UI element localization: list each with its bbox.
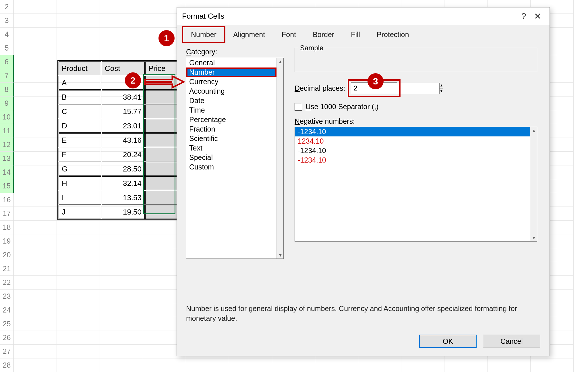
row-header[interactable]: 24 [0, 303, 14, 317]
row-header[interactable]: 10 [0, 110, 14, 124]
cell[interactable] [14, 14, 57, 28]
cell[interactable] [57, 317, 100, 331]
negative-format-item[interactable]: -1234.10 [295, 146, 530, 155]
cell[interactable] [14, 138, 57, 152]
cell[interactable] [14, 290, 57, 303]
ok-button[interactable]: OK [419, 335, 477, 348]
row-header[interactable]: 6 [0, 55, 14, 69]
cell[interactable] [100, 290, 143, 303]
cell[interactable] [100, 303, 143, 317]
tab-number[interactable]: Number [183, 27, 225, 43]
category-item[interactable]: Fraction [186, 124, 276, 134]
scroll-up-icon[interactable]: ▴ [530, 127, 537, 134]
cell[interactable] [14, 110, 57, 124]
cell[interactable] [100, 248, 143, 262]
cell-product[interactable]: H [59, 176, 101, 190]
cell[interactable] [488, 358, 531, 372]
cell-price[interactable] [145, 148, 177, 161]
category-item[interactable]: Scientific [186, 134, 276, 143]
row-header[interactable]: 2 [0, 0, 14, 14]
cell[interactable] [358, 358, 401, 372]
category-item[interactable]: Text [186, 143, 276, 153]
cell-product[interactable]: F [59, 148, 101, 161]
row-header[interactable]: 15 [0, 179, 14, 193]
cell[interactable] [57, 290, 100, 303]
row-header[interactable]: 16 [0, 193, 14, 207]
cell-cost[interactable]: 32.14 [102, 176, 145, 190]
cell[interactable] [57, 358, 100, 372]
cell[interactable] [100, 317, 143, 331]
cell[interactable] [531, 358, 574, 372]
row-header[interactable]: 5 [0, 41, 14, 55]
cell-product[interactable]: I [59, 191, 101, 205]
cell-cost[interactable]: 20.24 [102, 148, 145, 161]
row-header[interactable]: 26 [0, 331, 14, 345]
cell[interactable] [14, 303, 57, 317]
category-item[interactable]: Currency [186, 77, 276, 86]
category-item[interactable]: Custom [186, 162, 276, 172]
cell[interactable] [272, 358, 315, 372]
spin-down-icon[interactable]: ▼ [440, 88, 443, 94]
cell[interactable] [57, 345, 100, 358]
row-header[interactable]: 13 [0, 152, 14, 165]
row-header[interactable]: 23 [0, 290, 14, 303]
cell[interactable] [57, 276, 100, 290]
cell[interactable] [100, 0, 143, 14]
row-header[interactable]: 17 [0, 207, 14, 221]
help-button[interactable]: ? [517, 9, 531, 23]
cell[interactable] [14, 207, 57, 221]
cell-price[interactable] [145, 176, 177, 190]
cell[interactable] [14, 97, 57, 110]
cell[interactable] [14, 276, 57, 290]
cell[interactable] [100, 331, 143, 345]
row-header[interactable]: 8 [0, 83, 14, 97]
row-header[interactable]: 7 [0, 69, 14, 83]
row-header[interactable]: 9 [0, 97, 14, 110]
cell-cost[interactable]: 38.41 [102, 90, 145, 104]
cell-product[interactable]: E [59, 133, 101, 147]
cell[interactable] [100, 358, 143, 372]
tab-protection[interactable]: Protection [368, 27, 417, 42]
cell[interactable] [14, 234, 57, 248]
category-item[interactable]: General [186, 58, 276, 67]
cell[interactable] [100, 345, 143, 358]
negative-format-item[interactable]: -1234.10 [295, 127, 530, 136]
row-header[interactable]: 19 [0, 234, 14, 248]
cell-cost[interactable]: 15.77 [102, 105, 145, 118]
close-button[interactable]: ✕ [531, 9, 544, 23]
cancel-button[interactable]: Cancel [483, 335, 540, 348]
cell-product[interactable]: D [59, 119, 101, 133]
cell[interactable] [186, 358, 229, 372]
cell-cost[interactable]: 23.01 [102, 119, 145, 133]
cell[interactable] [14, 0, 57, 14]
cell-product[interactable]: B [59, 90, 101, 104]
cell[interactable] [100, 41, 143, 55]
cell[interactable] [14, 221, 57, 234]
cell[interactable] [57, 248, 100, 262]
category-item[interactable]: Percentage [186, 115, 276, 124]
row-header[interactable]: 14 [0, 165, 14, 179]
tab-alignment[interactable]: Alignment [225, 27, 273, 42]
cell[interactable] [100, 276, 143, 290]
cell-cost[interactable]: 28.50 [102, 162, 145, 176]
cell-cost[interactable]: 19.50 [102, 205, 145, 219]
row-header[interactable]: 20 [0, 248, 14, 262]
spin-up-icon[interactable]: ▲ [440, 83, 443, 88]
cell[interactable] [14, 28, 57, 41]
category-list[interactable]: GeneralNumberCurrencyAccountingDateTimeP… [186, 58, 276, 259]
cell[interactable] [14, 248, 57, 262]
cell[interactable] [100, 234, 143, 248]
cell[interactable] [401, 358, 444, 372]
cell[interactable] [100, 221, 143, 234]
cell-product[interactable]: A [59, 76, 101, 90]
use-separator-checkbox[interactable] [295, 103, 302, 111]
category-item[interactable]: Special [186, 153, 276, 162]
scroll-down-icon[interactable]: ▾ [277, 252, 284, 259]
row-header[interactable]: 3 [0, 14, 14, 28]
row-header[interactable]: 21 [0, 262, 14, 276]
cell[interactable] [143, 358, 186, 372]
cell[interactable] [57, 28, 100, 41]
cell-price[interactable] [145, 119, 177, 133]
category-scrollbar[interactable]: ▴ ▾ [276, 58, 283, 259]
header-price[interactable]: Price [145, 61, 177, 75]
